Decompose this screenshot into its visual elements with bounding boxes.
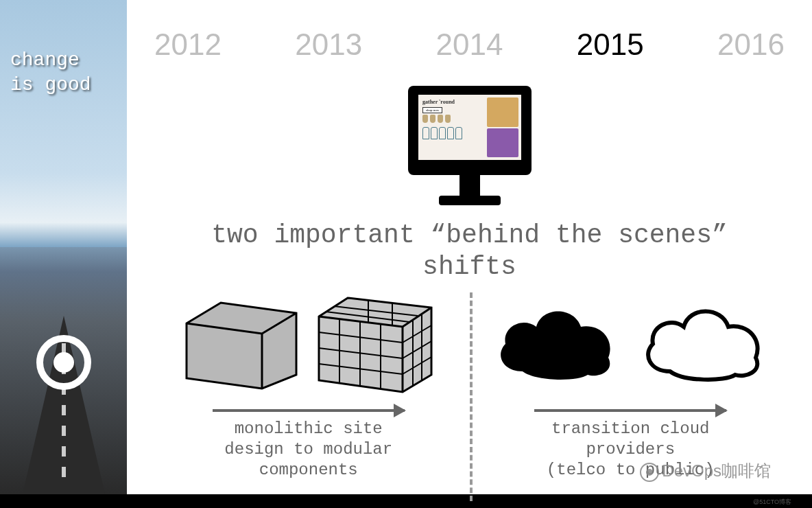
right-column: transition cloud providers (telco to pub… [470,292,792,481]
arrow-icon [534,409,726,412]
year-2014: 2014 [436,27,503,62]
svg-rect-2 [439,196,501,205]
timeline: 2012 2013 2014 2015 2016 [147,27,791,62]
svg-rect-1 [459,175,480,196]
left-column: monolithic site design to modular compon… [147,292,470,481]
slide-headline: two important “behind the scenes” shifts [147,220,791,282]
headline-line2: shifts [147,251,791,283]
svg-marker-3 [187,303,296,389]
slide: change is good 2012 2013 2014 2015 2016 … [0,0,812,494]
column-divider [470,292,473,501]
year-2015: 2015 [577,27,644,62]
cloud-transition-graphic [488,292,773,395]
main-content: 2012 2013 2014 2015 2016 gather 'round s… [127,0,812,494]
cube-icon [180,296,303,392]
watermark: DevOps咖啡馆 [640,460,771,482]
year-2016: 2016 [717,27,785,62]
monitor-graphic: gather 'round shop now [147,82,791,213]
arrow-icon [213,409,405,412]
headline-line1: two important “behind the scenes” [147,220,791,251]
columns: monolithic site design to modular compon… [147,292,791,481]
sidebar: change is good [0,0,127,494]
screen-button: shop now [422,107,442,113]
computer-icon: gather 'round shop now [394,82,545,213]
cloud-filled-icon [488,296,625,392]
year-2013: 2013 [295,27,362,62]
left-caption: monolithic site design to modular compon… [224,419,392,481]
tagline: change is good [10,48,91,98]
grid-cube-icon [313,292,437,395]
tagline-line1: change [10,48,91,73]
cloud-outline-icon [636,296,773,392]
tagline-line2: is good [10,73,91,97]
target-logo [36,335,91,390]
watermark-icon [640,463,659,482]
screen-headline: gather 'round [422,99,486,105]
footer-note: @51CTO博客 [753,498,791,507]
svg-marker-5 [319,298,431,392]
year-2012: 2012 [154,27,222,62]
monolith-to-modular-graphic [180,292,437,395]
